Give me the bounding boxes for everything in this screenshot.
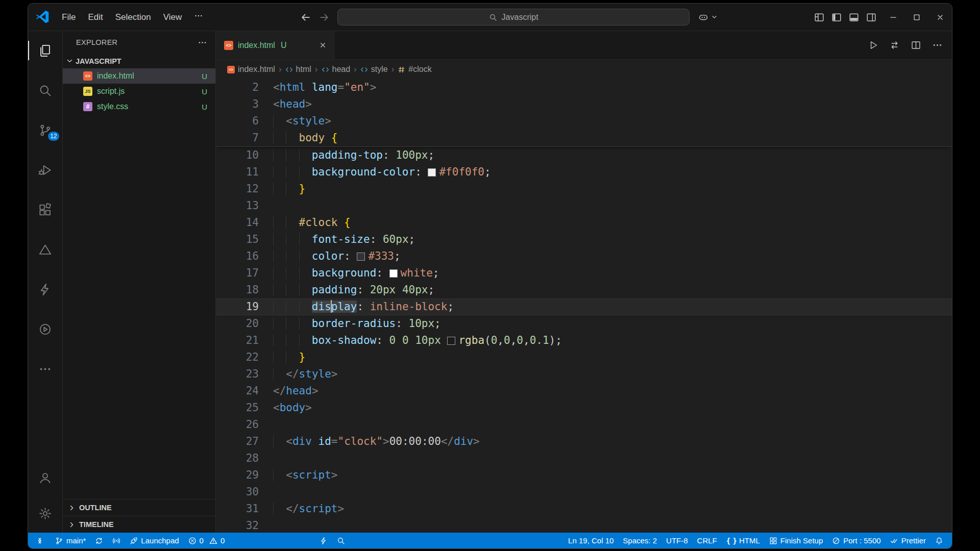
line-number: 15 [216,231,273,248]
statusbar-broadcast[interactable] [108,533,125,548]
menu-file[interactable]: File [56,9,82,26]
broadcast-icon [112,537,120,545]
statusbar-eol[interactable]: CRLF [693,533,722,548]
statusbar-remote[interactable] [28,533,51,548]
line-content: color: #333; [273,248,401,265]
code-line-29[interactable]: 29 <script> [216,467,952,484]
code-line-11[interactable]: 11 background-color: #f0f0f0; [216,164,952,181]
ellipsis-button[interactable] [932,40,943,51]
activity-account[interactable] [28,465,63,490]
code-line-13[interactable]: 13 [216,197,952,214]
menu-more[interactable] [188,8,209,26]
sticky-line-6[interactable]: 6 <style> [216,113,952,130]
statusbar-branch[interactable]: main* [51,533,90,548]
sticky-line-3[interactable]: 3<head> [216,96,952,113]
menu-view[interactable]: View [157,9,188,26]
tab-index-html[interactable]: <> index.html U [216,31,334,59]
activity-explorer[interactable] [28,38,63,63]
statusbar-zoom[interactable] [332,533,350,548]
file-item-style-css[interactable]: #style.cssU [63,99,215,114]
open-changes-button[interactable] [889,40,900,51]
code-line-24[interactable]: 24</head> [216,383,952,399]
tab-label: index.html [238,41,275,50]
code-line-22[interactable]: 22 } [216,349,952,366]
breadcrumb-clock[interactable]: #clock [398,65,431,74]
code-line-28[interactable]: 28 [216,450,952,467]
panel-left-button[interactable] [831,12,842,22]
activity-search[interactable] [28,78,63,103]
breadcrumb-head[interactable]: head [322,65,351,74]
statusbar-launchpad[interactable]: Launchpad [125,533,183,548]
menu-selection[interactable]: Selection [109,9,157,26]
statusbar-finish-setup[interactable]: Finish Setup [765,533,827,548]
panel-bottom-button[interactable] [849,12,859,22]
back-icon[interactable] [301,12,311,22]
statusbar-language-mode[interactable]: { }HTML [722,533,765,548]
activity-code-runner[interactable] [28,317,63,341]
close-button[interactable] [928,4,952,31]
breadcrumb-html[interactable]: html [285,65,311,74]
split-editor-button[interactable] [911,40,921,51]
sticky-line-7[interactable]: 7 body { [216,130,952,146]
close-tab-icon[interactable] [316,39,329,52]
statusbar-live-server-port[interactable]: Port : 5500 [827,533,885,548]
statusbar-prettier[interactable]: Prettier [886,533,930,548]
breadcrumb-style[interactable]: style [360,65,388,74]
activity-extensions[interactable] [28,197,63,222]
live-server-port-icon [832,537,840,545]
code-line-10[interactable]: 10 padding-top: 100px; [216,147,952,164]
sticky-line-2[interactable]: 2<html lang="en"> [216,79,952,96]
code-line-17[interactable]: 17 background: white; [216,265,952,282]
activity-run-debug[interactable] [28,158,63,182]
code-line-30[interactable]: 30 [216,484,952,500]
activity-more[interactable] [28,357,63,381]
line-content: <html lang="en"> [273,79,376,96]
statusbar-thunder[interactable] [315,533,332,548]
section-javascript[interactable]: JAVASCRIPT [63,54,215,68]
panel-right-button[interactable] [866,12,876,22]
menu-edit[interactable]: Edit [82,9,109,26]
code-line-25[interactable]: 25<body> [216,399,952,416]
code-line-32[interactable]: 32 [216,517,952,533]
panel-timeline[interactable]: TIMELINE [63,516,215,533]
minimize-button[interactable] [881,4,905,31]
statusbar-indentation[interactable]: Spaces: 2 [618,533,662,548]
code-line-27[interactable]: 27 <div id="clock">00:00:00</div> [216,433,952,450]
statusbar-encoding[interactable]: UTF-8 [662,533,693,548]
code-line-15[interactable]: 15 font-size: 60px; [216,231,952,248]
code-line-19[interactable]: 19 display: inline-block; [216,298,952,315]
statusbar-problems-warnings[interactable]: 0 [208,533,229,548]
statusbar-cursor-position[interactable]: Ln 19, Col 10 [564,533,618,548]
code-line-26[interactable]: 26 [216,416,952,433]
line-content: </script> [273,500,344,517]
activity-source-control[interactable]: 12 [28,118,63,142]
statusbar-notifications[interactable] [930,533,948,548]
code-line-12[interactable]: 12 } [216,181,952,197]
code-line-23[interactable]: 23 </style> [216,366,952,383]
code-line-18[interactable]: 18 padding: 20px 40px; [216,282,952,298]
more-actions-icon[interactable] [198,38,207,47]
forward-icon[interactable] [319,12,329,22]
file-item-index-html[interactable]: <>index.htmlU [63,68,215,84]
code-line-14[interactable]: 14 #clock { [216,214,952,231]
code-line-16[interactable]: 16 color: #333; [216,248,952,265]
line-content: box-shadow: 0 0 10px rgba(0,0,0,0.1); [273,332,562,349]
statusbar-problems-errors[interactable]: 0 [184,533,208,548]
file-item-script-js[interactable]: JSscript.jsU [63,84,215,99]
breadcrumb-index-html[interactable]: <>index.html [227,65,275,74]
activity-thunder-client[interactable] [28,277,63,302]
run-button[interactable] [868,40,878,51]
code-line-20[interactable]: 20 border-radius: 10px; [216,315,952,332]
status-bar: main*Launchpad00 Ln 19, Col 10Spaces: 2U… [28,533,952,548]
command-center-search[interactable]: Javascript [337,9,690,26]
panel-outline[interactable]: OUTLINE [63,499,215,516]
maximize-button[interactable] [905,4,928,31]
statusbar-sync[interactable] [90,533,108,548]
activity-prism[interactable] [28,237,63,262]
code-line-21[interactable]: 21 box-shadow: 0 0 10px rgba(0,0,0,0.1); [216,332,952,349]
layout-button[interactable] [814,12,824,22]
activity-settings[interactable] [28,501,63,525]
copilot-menu[interactable] [698,12,718,23]
code-editor[interactable]: 2<html lang="en">3<head>6 <style>7 body … [216,79,952,533]
code-line-31[interactable]: 31 </script> [216,500,952,517]
